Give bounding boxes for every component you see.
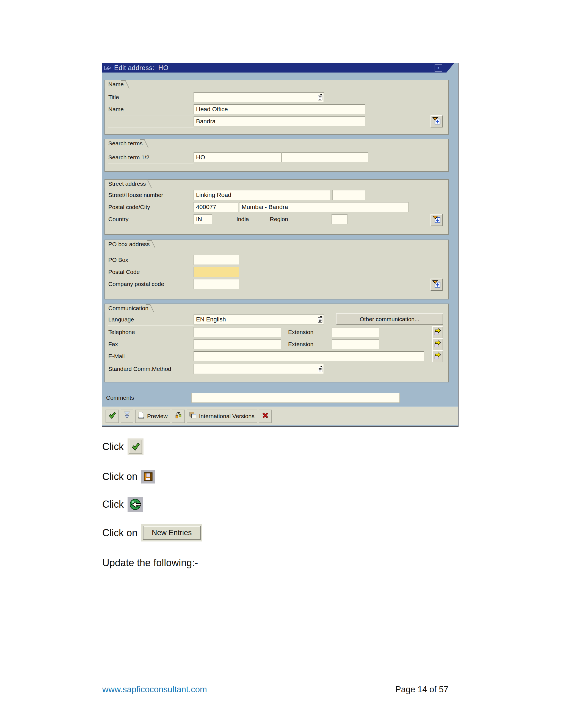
- forward-arrow-note-icon: [434, 352, 441, 361]
- double-chevron-down-icon: [123, 411, 131, 421]
- instruction-step-1: Click: [102, 438, 143, 455]
- name2-row: Bandra: [108, 115, 445, 127]
- preview-button-label: Preview: [147, 413, 168, 419]
- language-input[interactable]: EN English: [193, 315, 324, 324]
- region-label: Region: [270, 216, 289, 223]
- std-comm-input[interactable]: [193, 364, 324, 374]
- dialog-title: Edit address: HO: [114, 64, 168, 72]
- more-fields-button[interactable]: [431, 214, 443, 226]
- new-entries-button: New Entries: [141, 524, 202, 541]
- edit-address-dialog: Edit address: HO x Name Title: [102, 63, 459, 427]
- print-preview-icon: [138, 412, 145, 421]
- close-button[interactable]: x: [435, 64, 442, 72]
- more-fields-filter-plus-icon: [432, 280, 441, 289]
- search-term-label: Search term 1/2: [108, 151, 193, 163]
- fax-label: Fax: [108, 338, 193, 350]
- telephone-row: Telephone Extension: [108, 326, 445, 338]
- international-versions-button[interactable]: International Versions: [187, 410, 257, 423]
- po-box-input[interactable]: [193, 255, 239, 265]
- street-input[interactable]: Linking Road: [193, 190, 330, 200]
- more-fields-button[interactable]: [431, 115, 443, 127]
- other-communication-button[interactable]: Other communication...: [336, 313, 443, 325]
- po-box-label: PO Box: [108, 254, 193, 266]
- search-terms-tab: Search terms: [104, 139, 144, 148]
- name2-label: [108, 115, 193, 127]
- forward-arrow-note-icon: [434, 340, 441, 349]
- address-version-icon: [175, 412, 182, 421]
- country-input[interactable]: IN: [193, 214, 212, 224]
- std-comm-row: Standard Comm.Method: [108, 363, 445, 375]
- dropdown-icon[interactable]: [318, 366, 323, 372]
- email-input[interactable]: [193, 351, 424, 361]
- step4-text: Click on: [102, 527, 137, 539]
- telephone-extension-label: Extension: [288, 329, 314, 335]
- step3-text: Click: [102, 499, 124, 510]
- international-versions-label: International Versions: [199, 413, 254, 419]
- forward-arrow-note-icon: [434, 328, 441, 337]
- city-input[interactable]: Mumbai - Bandra: [239, 202, 409, 212]
- dialog-titlebar[interactable]: Edit address: HO x: [102, 63, 454, 73]
- postal-code-row: Postal Code: [108, 266, 445, 278]
- name2-input[interactable]: Bandra: [193, 116, 365, 126]
- save-floppy-icon: [141, 470, 155, 484]
- cancel-button[interactable]: [259, 410, 271, 423]
- country-row: Country IN India Region: [108, 213, 445, 225]
- title-input[interactable]: [193, 92, 324, 102]
- email-label: E-Mail: [108, 350, 193, 362]
- country-name-text: India: [236, 216, 249, 223]
- instruction-step-2: Click on: [102, 470, 155, 484]
- new-entries-button-label: New Entries: [143, 526, 201, 540]
- dropdown-icon[interactable]: [318, 316, 323, 323]
- preview-button[interactable]: Preview: [135, 410, 170, 423]
- po-box-section: PO box address PO Box Postal Code Compan…: [104, 240, 449, 299]
- address-versions-button[interactable]: [172, 410, 185, 423]
- fax-forward-button[interactable]: [432, 338, 443, 350]
- comments-label: Comments: [104, 391, 191, 404]
- search-term-1-input[interactable]: HO: [193, 152, 282, 162]
- comments-input[interactable]: [191, 393, 400, 403]
- enter-button-image: [127, 438, 143, 455]
- name-input[interactable]: Head Office: [193, 104, 365, 114]
- footer-website-link[interactable]: www.sapficoconsultant.com: [102, 685, 207, 694]
- more-fields-filter-plus-icon: [432, 215, 441, 225]
- green-checkmark-icon: [129, 440, 142, 454]
- po-postal-code-input[interactable]: [193, 267, 239, 277]
- more-fields-button[interactable]: [431, 279, 443, 291]
- name-label: Name: [108, 103, 193, 115]
- street-label: Street/House number: [108, 189, 193, 201]
- telephone-forward-button[interactable]: [432, 326, 443, 338]
- fax-extension-label: Extension: [288, 341, 314, 348]
- company-postal-input[interactable]: [193, 279, 239, 289]
- po-box-tab: PO box address: [104, 240, 151, 248]
- step5-text: Update the following:-: [102, 557, 198, 569]
- region-input[interactable]: [332, 214, 348, 224]
- footer-page-number: Page 14 of 57: [395, 685, 448, 694]
- fax-input[interactable]: [193, 339, 281, 349]
- email-forward-button[interactable]: [432, 350, 443, 362]
- fax-extension-input[interactable]: [332, 339, 379, 349]
- copy-down-button[interactable]: [121, 410, 133, 423]
- street-address-section: Street address Street/House number Linki…: [104, 179, 449, 235]
- name-section: Name Title: [104, 80, 449, 135]
- more-fields-filter-plus-icon: [432, 117, 441, 126]
- search-term-2-input[interactable]: [282, 152, 368, 162]
- telephone-extension-input[interactable]: [332, 327, 379, 337]
- company-postal-row: Company postal code: [108, 278, 445, 290]
- telephone-label: Telephone: [108, 326, 193, 338]
- company-postal-label: Company postal code: [108, 278, 193, 290]
- instruction-step-5: Update the following:-: [102, 557, 198, 569]
- red-x-icon: [262, 412, 269, 420]
- comments-row: Comments: [104, 391, 448, 404]
- postal-city-row: Postal code/City 400077 Mumbai - Bandra: [108, 201, 445, 213]
- house-number-input[interactable]: [332, 190, 365, 200]
- confirm-button[interactable]: [105, 410, 119, 423]
- postal-city-label: Postal code/City: [108, 201, 193, 213]
- telephone-input[interactable]: [193, 327, 281, 337]
- dropdown-icon[interactable]: [318, 94, 323, 101]
- language-label: Language: [108, 313, 193, 326]
- postal-code-input[interactable]: 400077: [193, 202, 238, 212]
- step1-text: Click: [102, 441, 124, 452]
- name-row: Name Head Office: [108, 103, 445, 115]
- street-row: Street/House number Linking Road: [108, 189, 445, 201]
- search-term-row: Search term 1/2 HO: [108, 151, 445, 163]
